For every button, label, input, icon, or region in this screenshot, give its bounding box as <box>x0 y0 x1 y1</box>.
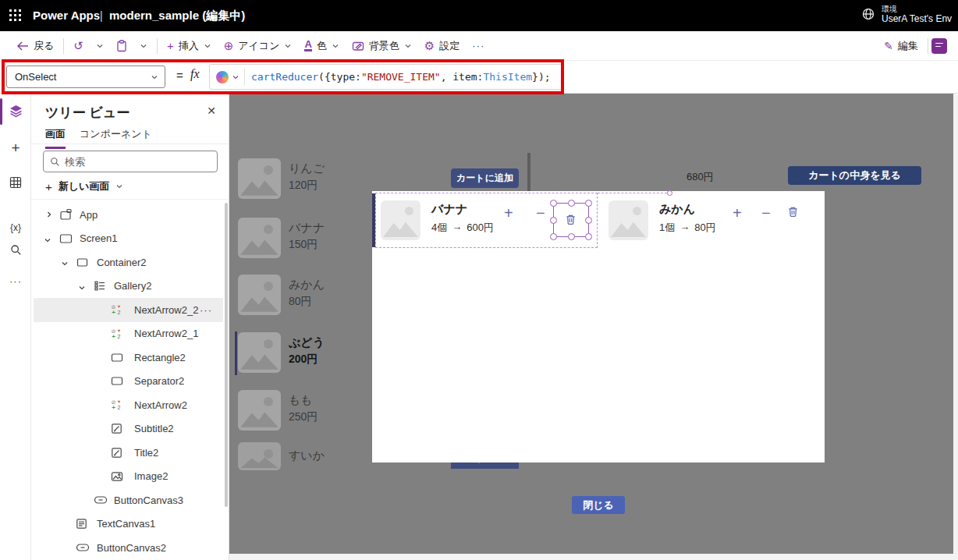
insert-icon[interactable]: + <box>0 137 31 159</box>
new-screen-button[interactable]: + 新しい画面 <box>45 179 123 193</box>
undo-menu-button[interactable] <box>90 35 110 57</box>
resize-handle[interactable] <box>585 217 592 224</box>
resize-handle[interactable] <box>550 200 557 207</box>
settings-button[interactable]: ⚙ 設定 <box>418 35 466 57</box>
tree-item-app[interactable]: App <box>31 203 226 227</box>
product-price[interactable]: 150円 <box>289 238 318 252</box>
control-selection-handles[interactable] <box>553 203 589 237</box>
paste-button[interactable] <box>110 35 133 57</box>
variables-icon[interactable]: {x} <box>0 217 31 239</box>
resize-handle[interactable] <box>585 200 592 207</box>
product-image[interactable] <box>238 390 281 431</box>
divider <box>928 38 928 54</box>
product-image[interactable] <box>238 218 281 258</box>
tab-components[interactable]: コンポーネント <box>80 127 152 149</box>
undo-button[interactable]: ↺ <box>67 35 90 57</box>
product-name[interactable]: バナナ <box>289 221 325 236</box>
formula-input[interactable]: cartReducer({type:"REMOVE_ITEM", item:Th… <box>209 64 564 90</box>
color-button[interactable]: A 色 <box>298 35 345 57</box>
tree-item-nextarrow2[interactable]: ⊘♥+2 NextArrow2 <box>31 393 226 417</box>
pencil-icon: ✎ <box>884 41 893 51</box>
design-canvas[interactable]: りんご 120円 バナナ 150円 みかん 80円 ぶどう 200円 もも 25… <box>229 94 953 554</box>
paste-menu-button[interactable] <box>133 35 154 57</box>
search-icon[interactable] <box>0 239 31 261</box>
tab-screens[interactable]: 画面 <box>45 127 66 149</box>
tree-item-screen1[interactable]: Screen1 <box>31 227 226 251</box>
cart-item-name[interactable]: みかん <box>659 202 695 217</box>
product-name[interactable]: もも <box>289 393 313 408</box>
product-image[interactable] <box>238 332 281 373</box>
property-name: OnSelect <box>15 71 56 83</box>
tree-view-icon[interactable] <box>0 100 31 122</box>
data-icon[interactable] <box>0 172 31 193</box>
tree-item-gallery2[interactable]: Gallery2 <box>31 275 226 299</box>
separator-control[interactable] <box>527 153 530 191</box>
close-cart-button[interactable]: 閉じる <box>572 496 625 514</box>
resize-handle[interactable] <box>550 233 557 240</box>
chevron-down-icon[interactable] <box>61 258 69 266</box>
tree-item-nextarrow2_2[interactable]: ⊘♥+2 NextArrow2_2 ··· <box>34 298 223 322</box>
product-name[interactable]: すいか <box>289 448 325 463</box>
resize-handle[interactable] <box>667 190 672 196</box>
document-title[interactable]: modern_sample (編集中) <box>109 0 245 31</box>
cart-item-image[interactable] <box>609 200 648 240</box>
tree-item-buttoncanvas2[interactable]: ButtonCanvas2 <box>31 536 226 560</box>
property-selector[interactable]: OnSelect <box>6 66 165 88</box>
tree-item-container2[interactable]: Container2 <box>31 250 226 275</box>
product-name[interactable]: りんご <box>289 161 325 176</box>
tree-search-box[interactable] <box>43 151 218 172</box>
product-price[interactable]: 200円 <box>289 353 318 367</box>
product-image[interactable] <box>238 275 281 315</box>
resize-handle[interactable] <box>550 217 557 224</box>
comments-button[interactable] <box>931 38 947 54</box>
background-color-button[interactable]: 背景色 <box>346 35 418 57</box>
back-button[interactable]: 戻る <box>11 35 60 57</box>
chevron-down-icon[interactable] <box>44 235 51 243</box>
more-icon[interactable]: ··· <box>0 270 31 292</box>
product-name[interactable]: ぶどう <box>289 335 325 350</box>
tree-item-rectangle2[interactable]: Rectangle2 <box>31 346 226 370</box>
icons-button[interactable]: ⊕ アイコン <box>218 35 299 57</box>
app-launcher-icon[interactable] <box>9 9 22 22</box>
tree-item-textcanvas1[interactable]: TextCanvas1 <box>31 512 226 537</box>
product-image[interactable] <box>238 442 281 470</box>
resize-handle[interactable] <box>585 233 592 240</box>
close-icon[interactable]: ✕ <box>207 105 216 117</box>
environment-picker[interactable]: 環境 UserA Test's Env <box>861 4 958 24</box>
remove-item-trash-icon[interactable] <box>787 206 799 221</box>
search-input[interactable] <box>65 156 197 168</box>
insert-button[interactable]: + 挿入 <box>161 35 218 57</box>
cart-total-price[interactable]: 680円 <box>687 170 714 184</box>
tree-item-nextarrow2_1[interactable]: ⊘♥+2 NextArrow2_1 <box>31 322 226 346</box>
resize-handle[interactable] <box>568 233 575 240</box>
app-name[interactable]: Power Apps <box>33 0 100 31</box>
tree-item-separator2[interactable]: Separator2 <box>31 370 226 394</box>
tree-item-buttoncanvas3[interactable]: ButtonCanvas3 <box>31 488 226 512</box>
product-price[interactable]: 120円 <box>289 179 318 193</box>
formula-text[interactable]: cartReducer({type:"REMOVE_ITEM", item:Th… <box>251 71 551 83</box>
tree-scrollbar[interactable] <box>225 203 228 507</box>
more-icon[interactable]: ··· <box>200 304 212 316</box>
tree-item-title2[interactable]: Title2 <box>31 441 226 465</box>
view-cart-button[interactable]: カートの中身を見る <box>788 166 921 185</box>
increase-quantity-button[interactable]: + <box>733 205 742 221</box>
edit-mode-button[interactable]: ✎ 編集 <box>878 35 924 57</box>
cart-item-quantity[interactable]: 1個→80円 <box>659 221 716 235</box>
copilot-icon[interactable] <box>216 71 229 83</box>
product-image[interactable] <box>238 158 281 199</box>
resize-handle[interactable] <box>568 200 575 207</box>
tree-item-image2[interactable]: Image2 <box>31 465 226 489</box>
decrease-quantity-button[interactable]: − <box>761 205 771 221</box>
cart-panel[interactable]: バナナ 4個→600円 + − みかん 1個→80円 + − <box>372 191 825 463</box>
chevron-right-icon[interactable] <box>44 211 51 218</box>
product-price[interactable]: 250円 <box>289 410 318 424</box>
more-commands-button[interactable]: ··· <box>466 35 491 57</box>
remove-item-trash-icon[interactable] <box>565 214 577 229</box>
chevron-down-icon[interactable] <box>232 73 240 81</box>
tree-item-subtitle2[interactable]: Subtitle2 <box>31 417 226 441</box>
chevron-down-icon[interactable] <box>78 282 86 290</box>
product-price[interactable]: 80円 <box>289 295 312 309</box>
add-to-cart-button[interactable]: カートに追加 <box>451 168 519 188</box>
occluded-add-to-cart-button[interactable]: カートに追加 <box>451 463 519 469</box>
product-name[interactable]: みかん <box>289 278 325 292</box>
